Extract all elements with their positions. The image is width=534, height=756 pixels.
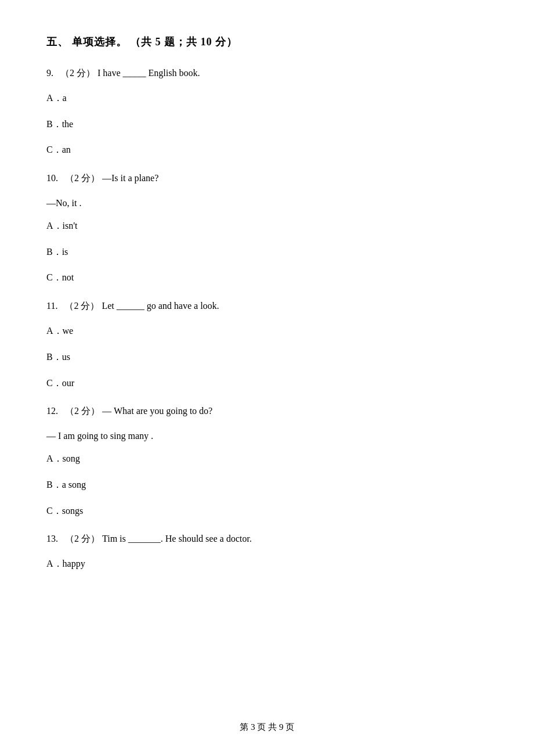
- question-11-stem: 11. （2 分） Let ______ go and have a look.: [46, 298, 488, 315]
- question-13-number: 13.: [46, 534, 58, 543]
- question-13-score: （2 分）: [65, 534, 100, 543]
- page-number: 第 3 页 共 9 页: [240, 722, 294, 732]
- question-10: 10. （2 分） —Is it a plane? —No, it . A．is…: [46, 170, 488, 286]
- question-12-option-a: A．song: [46, 451, 488, 467]
- question-10-sub: —No, it .: [46, 195, 488, 212]
- question-9-option-a: A．a: [46, 90, 488, 107]
- question-9-number: 9.: [46, 68, 53, 78]
- question-11-score: （2 分）: [64, 301, 99, 311]
- question-13: 13. （2 分） Tim is _______. He should see …: [46, 531, 488, 573]
- question-13-text: Tim is _______. He should see a doctor.: [102, 534, 252, 543]
- section-title: 五、 单项选择。 （共 5 题；共 10 分）: [46, 35, 488, 49]
- question-10-score: （2 分）: [65, 173, 100, 183]
- question-12-text: — What are you going to do?: [102, 406, 212, 416]
- question-12-stem: 12. （2 分） — What are you going to do?: [46, 403, 488, 420]
- question-11-number: 11.: [46, 301, 57, 311]
- question-10-option-c: C．not: [46, 269, 488, 286]
- question-11-option-b: B．us: [46, 349, 488, 366]
- question-9-score: （2 分）: [60, 68, 95, 78]
- question-12-score: （2 分）: [65, 406, 100, 416]
- question-11-text: Let ______ go and have a look.: [102, 301, 219, 311]
- question-11-option-a: A．we: [46, 323, 488, 340]
- question-13-option-a: A．happy: [46, 556, 488, 573]
- question-12-number: 12.: [46, 406, 58, 416]
- question-12-option-b: B．a song: [46, 477, 488, 494]
- question-10-option-b: B．is: [46, 244, 488, 261]
- question-13-stem: 13. （2 分） Tim is _______. He should see …: [46, 531, 488, 548]
- question-9-option-c: C．an: [46, 142, 488, 159]
- question-9-text: I have _____ English book.: [98, 68, 200, 78]
- question-11-option-c: C．our: [46, 375, 488, 392]
- question-10-option-a: A．isn't: [46, 218, 488, 235]
- page-footer: 第 3 页 共 9 页: [0, 722, 534, 733]
- question-10-stem: 10. （2 分） —Is it a plane?: [46, 170, 488, 187]
- question-10-number: 10.: [46, 173, 58, 183]
- question-9: 9. （2 分） I have _____ English book. A．a …: [46, 65, 488, 159]
- question-10-text: —Is it a plane?: [102, 173, 158, 183]
- question-9-stem: 9. （2 分） I have _____ English book.: [46, 65, 488, 82]
- question-12-sub: — I am going to sing many .: [46, 428, 488, 445]
- question-12: 12. （2 分） — What are you going to do? — …: [46, 403, 488, 519]
- question-9-option-b: B．the: [46, 116, 488, 133]
- question-12-option-c: C．songs: [46, 503, 488, 520]
- question-11: 11. （2 分） Let ______ go and have a look.…: [46, 298, 488, 391]
